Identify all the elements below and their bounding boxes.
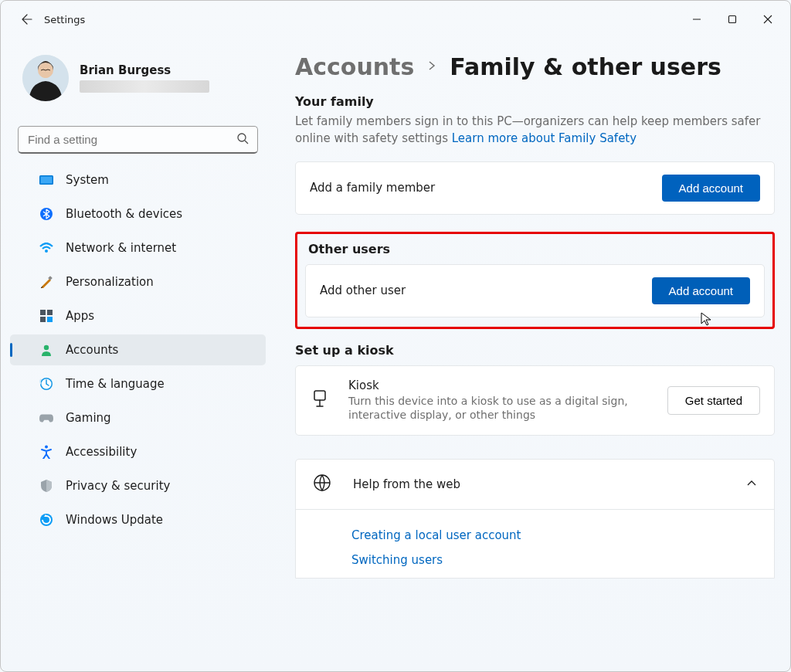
help-title: Help from the web bbox=[353, 477, 725, 491]
sidebar-item-label: Windows Update bbox=[66, 513, 163, 527]
personalization-icon bbox=[39, 275, 53, 289]
add-other-account-button[interactable]: Add account bbox=[652, 277, 750, 304]
kiosk-get-started-button[interactable]: Get started bbox=[667, 386, 760, 415]
sidebar-item-label: Accessibility bbox=[66, 445, 137, 459]
search-box[interactable] bbox=[18, 126, 258, 154]
sidebar-item-label: Personalization bbox=[66, 275, 154, 289]
avatar bbox=[22, 55, 69, 101]
kiosk-subtitle: Turn this device into a kiosk to use as … bbox=[348, 394, 649, 423]
section-desc-family: Let family members sign in to this PC—or… bbox=[295, 114, 775, 148]
update-icon bbox=[39, 513, 53, 527]
breadcrumb: Accounts Family & other users bbox=[295, 53, 775, 80]
app-title: Settings bbox=[44, 14, 85, 25]
titlebar: Settings bbox=[1, 1, 790, 38]
svg-point-14 bbox=[44, 345, 49, 350]
chevron-up-icon bbox=[746, 477, 757, 492]
breadcrumb-level2: Family & other users bbox=[450, 53, 721, 80]
sidebar-item-label: Accounts bbox=[66, 343, 118, 357]
family-safety-link[interactable]: Learn more about Family Safety bbox=[452, 131, 637, 145]
gaming-icon bbox=[39, 411, 53, 425]
sidebar-item-privacy[interactable]: Privacy & security bbox=[10, 470, 266, 501]
accounts-icon bbox=[39, 343, 53, 357]
profile-name: Brian Burgess bbox=[80, 63, 209, 77]
sidebar-item-label: Gaming bbox=[66, 411, 111, 425]
profile-email-redacted bbox=[80, 80, 209, 93]
search-input[interactable] bbox=[18, 126, 258, 154]
sidebar-item-accounts[interactable]: Accounts bbox=[10, 334, 266, 365]
sidebar-item-label: Bluetooth & devices bbox=[66, 207, 182, 221]
system-icon bbox=[39, 173, 53, 187]
svg-rect-6 bbox=[41, 177, 53, 184]
sidebar-item-label: Privacy & security bbox=[66, 479, 170, 493]
section-title-family: Your family bbox=[295, 94, 775, 109]
svg-rect-12 bbox=[40, 317, 46, 322]
svg-rect-9 bbox=[48, 276, 53, 280]
back-button[interactable] bbox=[19, 12, 33, 26]
settings-window: Settings bbox=[0, 0, 791, 672]
sidebar-item-gaming[interactable]: Gaming bbox=[10, 402, 266, 433]
svg-rect-11 bbox=[47, 310, 53, 315]
help-link-switching-users[interactable]: Switching users bbox=[351, 553, 774, 567]
svg-point-8 bbox=[45, 249, 48, 253]
other-users-highlight: Other users Add other user Add account bbox=[295, 232, 775, 329]
minimize-button[interactable] bbox=[679, 7, 715, 32]
bluetooth-icon bbox=[39, 207, 53, 221]
globe-icon bbox=[313, 473, 331, 495]
sidebar-item-apps[interactable]: Apps bbox=[10, 300, 266, 331]
close-button[interactable] bbox=[750, 7, 786, 32]
apps-icon bbox=[39, 309, 53, 323]
svg-rect-19 bbox=[314, 391, 325, 400]
sidebar-item-accessibility[interactable]: Accessibility bbox=[10, 436, 266, 467]
sidebar-item-bluetooth[interactable]: Bluetooth & devices bbox=[10, 199, 266, 229]
sidebar-item-label: Time & language bbox=[66, 377, 165, 391]
breadcrumb-level1[interactable]: Accounts bbox=[295, 53, 414, 80]
help-links: Creating a local user account Switching … bbox=[296, 509, 774, 567]
help-link-create-local-account[interactable]: Creating a local user account bbox=[351, 528, 774, 542]
sidebar-item-system[interactable]: System bbox=[10, 165, 266, 195]
kiosk-card: Kiosk Turn this device into a kiosk to u… bbox=[295, 365, 775, 436]
content-pane: Accounts Family & other users Your famil… bbox=[275, 38, 790, 671]
svg-rect-13 bbox=[47, 317, 53, 322]
profile-block[interactable]: Brian Burgess bbox=[1, 46, 275, 112]
kiosk-title: Kiosk bbox=[348, 378, 649, 392]
time-icon bbox=[39, 377, 53, 391]
sidebar-item-label: Apps bbox=[66, 309, 94, 323]
section-title-other: Other users bbox=[308, 242, 765, 256]
svg-rect-10 bbox=[40, 310, 46, 315]
maximize-button[interactable] bbox=[715, 7, 750, 32]
search-icon bbox=[236, 132, 249, 148]
sidebar-item-time[interactable]: Time & language bbox=[10, 368, 266, 399]
nav-list: System Bluetooth & devices Network & int… bbox=[1, 165, 275, 535]
section-title-kiosk: Set up a kiosk bbox=[295, 343, 775, 358]
svg-point-4 bbox=[238, 134, 246, 141]
network-icon bbox=[39, 241, 53, 255]
other-user-card: Add other user Add account bbox=[305, 264, 765, 317]
add-family-account-button[interactable]: Add account bbox=[662, 175, 760, 202]
other-user-card-label: Add other user bbox=[320, 283, 406, 297]
sidebar-item-label: Network & internet bbox=[66, 241, 176, 255]
chevron-right-icon bbox=[426, 59, 437, 74]
family-card-label: Add a family member bbox=[310, 181, 435, 195]
sidebar-item-update[interactable]: Windows Update bbox=[10, 504, 266, 535]
sidebar: Brian Burgess System Bluetooth & devices bbox=[1, 38, 275, 671]
sidebar-item-label: System bbox=[66, 173, 109, 187]
svg-rect-0 bbox=[729, 16, 736, 23]
accessibility-icon bbox=[39, 445, 53, 459]
kiosk-icon bbox=[310, 389, 330, 412]
sidebar-item-network[interactable]: Network & internet bbox=[10, 232, 266, 263]
privacy-icon bbox=[39, 479, 53, 493]
svg-point-3 bbox=[39, 66, 52, 78]
help-card-header[interactable]: Help from the web bbox=[296, 460, 774, 509]
help-card: Help from the web Creating a local user … bbox=[295, 459, 775, 579]
family-card: Add a family member Add account bbox=[295, 161, 775, 215]
svg-point-17 bbox=[45, 446, 48, 449]
cursor-icon bbox=[700, 311, 714, 330]
sidebar-item-personalization[interactable]: Personalization bbox=[10, 266, 266, 297]
